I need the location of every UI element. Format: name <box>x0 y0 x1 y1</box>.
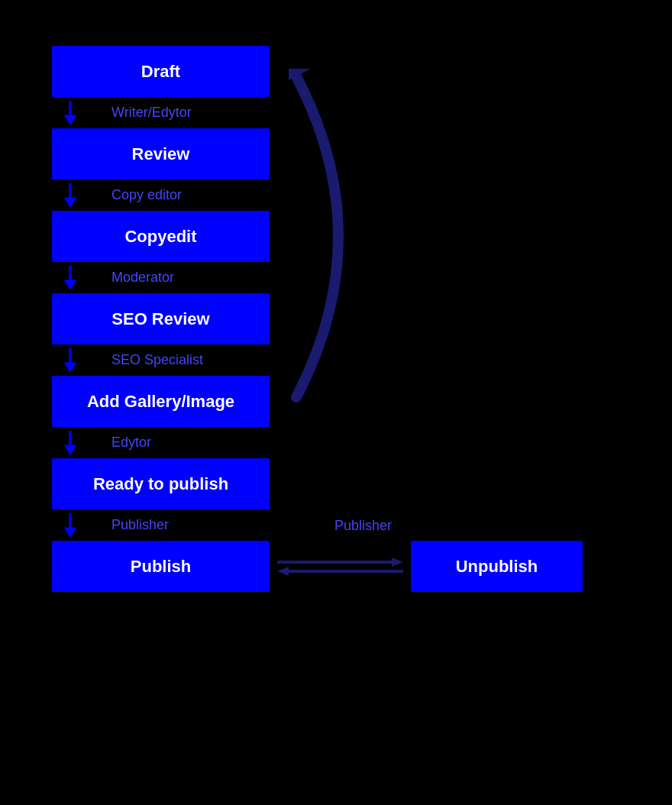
unpublish-state: Unpublish <box>411 541 583 592</box>
svg-marker-8 <box>64 362 77 372</box>
add-gallery-state: Add Gallery/Image <box>52 376 270 427</box>
draft-state: Draft <box>52 46 270 97</box>
edytor-row: Edytor <box>52 427 151 458</box>
svg-marker-6 <box>64 280 77 289</box>
flow-left: Draft Writer/Edytor Review Copy editor <box>52 46 270 592</box>
moderator-label: Moderator <box>81 262 174 293</box>
writer-editor-row: Writer/Edytor <box>52 97 192 128</box>
publish-state: Publish <box>52 541 270 592</box>
publisher-middle-label: Publisher <box>334 518 392 534</box>
diagram-container: Draft Writer/Edytor Review Copy editor <box>52 46 625 592</box>
svg-marker-4 <box>64 197 77 207</box>
svg-marker-10 <box>64 445 77 454</box>
review-state: Review <box>52 128 270 179</box>
copyedit-state: Copyedit <box>52 211 270 262</box>
publish-unpublish-row: Publisher Publish Unpublish <box>52 541 583 592</box>
svg-marker-16 <box>277 567 289 576</box>
arrow-down-4 <box>52 347 81 374</box>
arrow-down-6 <box>52 512 81 539</box>
arrow-down-1 <box>52 99 81 127</box>
publisher-down-label: Publisher <box>81 509 169 541</box>
seo-review-state: SEO Review <box>52 293 270 344</box>
arrow-down-2 <box>52 182 81 209</box>
publisher-row: Publisher <box>52 509 169 541</box>
edytor-label: Edytor <box>81 427 151 458</box>
moderator-row: Moderator <box>52 262 174 293</box>
svg-marker-12 <box>64 527 77 537</box>
copy-editor-row: Copy editor <box>52 179 182 211</box>
svg-marker-2 <box>64 115 77 124</box>
double-arrow-icon <box>270 551 411 582</box>
ready-to-publish-state: Ready to publish <box>52 458 270 509</box>
seo-specialist-label: SEO Specialist <box>81 344 203 376</box>
arrow-down-5 <box>52 429 81 457</box>
arrow-down-3 <box>52 264 81 292</box>
curved-arrow-icon <box>289 69 388 412</box>
copy-editor-label: Copy editor <box>81 179 182 211</box>
seo-specialist-row: SEO Specialist <box>52 344 203 376</box>
svg-marker-14 <box>392 558 403 567</box>
writer-editor-label: Writer/Edytor <box>81 97 192 128</box>
